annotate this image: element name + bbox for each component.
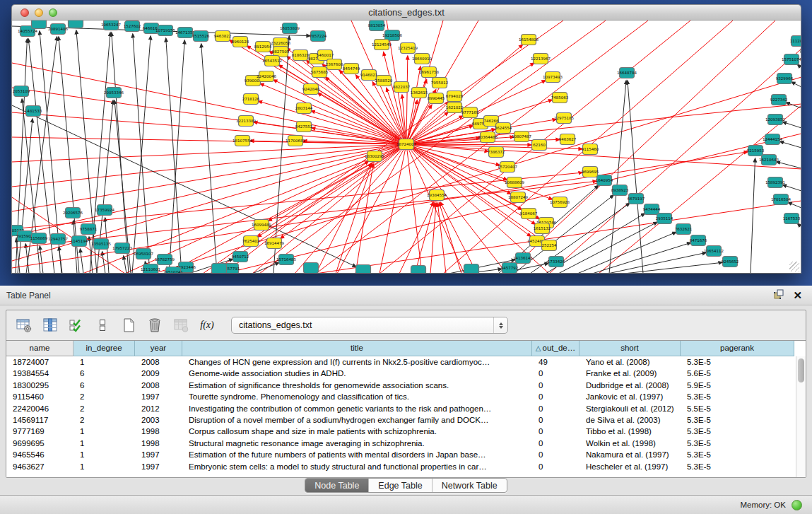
network-node[interactable]: 1156869 [30, 233, 48, 244]
network-node[interactable] [356, 265, 371, 274]
table-row[interactable]: 946362711997Embryonic stem cells: a mode… [6, 461, 796, 472]
network-hub-node[interactable]: 18724007 [396, 139, 416, 150]
network-node[interactable] [304, 263, 319, 274]
network-node[interactable]: 7632621 [675, 224, 693, 235]
table-row[interactable]: 946554611997Estimation of the future num… [6, 449, 796, 460]
citation-edge-black[interactable] [25, 244, 29, 274]
zoom-window-icon[interactable] [49, 8, 57, 17]
network-node[interactable]: 11700681 [286, 136, 305, 146]
table-row[interactable]: 977716911998Corpus callosum shape and si… [6, 426, 796, 437]
network-node[interactable]: 6794028 [446, 91, 464, 102]
network-window-titlebar[interactable]: citations_edges.txt [11, 4, 801, 21]
citation-edge-black[interactable] [124, 256, 126, 274]
table-scrollbar[interactable] [796, 356, 806, 477]
network-node[interactable]: 17016504 [771, 194, 791, 205]
network-node[interactable]: 2803144 [295, 103, 313, 114]
table-row[interactable]: 1872400712008Changes of HCN gene express… [6, 356, 796, 368]
network-node[interactable]: 8938923 [611, 185, 629, 196]
network-node[interactable]: 1112800 [790, 36, 801, 47]
citation-edge-black[interactable] [608, 252, 706, 274]
network-node[interactable]: 7485063 [551, 93, 569, 103]
network-node[interactable] [32, 21, 47, 29]
citation-edge-black[interactable] [782, 122, 801, 128]
column-header-pagerank[interactable]: pagerank [681, 341, 794, 356]
table-row[interactable]: 1830029562008Estimation of significance … [6, 380, 796, 391]
table-selector-dropdown[interactable]: citations_edges.txt [231, 317, 508, 334]
citation-edge-black[interactable] [628, 81, 643, 274]
network-node[interactable]: 7955812 [431, 78, 449, 88]
network-node[interactable]: 18107554 [233, 136, 252, 146]
network-node[interactable]: 9463822 [214, 31, 232, 42]
network-node[interactable]: 8813054 [368, 21, 386, 31]
network-node[interactable]: 12975185 [554, 113, 574, 124]
network-node[interactable]: 8960128 [232, 37, 249, 47]
network-node[interactable]: 1527602 [124, 21, 141, 32]
table-row[interactable]: 1938455462009Genome-wide association stu… [6, 368, 796, 379]
citation-edge-red[interactable] [440, 202, 477, 274]
network-node[interactable]: 9463627 [559, 134, 577, 145]
citation-edge-black[interactable] [80, 249, 83, 274]
network-node[interactable]: 17957223 [112, 243, 132, 254]
citation-edge-black[interactable] [201, 44, 217, 274]
column-header-out_de[interactable]: △out_de… [532, 341, 579, 356]
citation-edge-black[interactable] [751, 158, 755, 274]
citation-edge-black[interactable] [18, 119, 33, 274]
network-node[interactable]: 252254 [542, 240, 557, 251]
rows-icon[interactable] [93, 316, 112, 334]
network-node[interactable]: 1615132 [534, 223, 551, 234]
table-row[interactable]: 2242004622012Investigating the contribut… [6, 403, 796, 414]
network-node[interactable]: 14136141 [513, 253, 533, 264]
float-panel-icon[interactable] [773, 288, 784, 303]
network-node[interactable]: 13505135 [91, 239, 111, 250]
network-node[interactable]: 16210643 [759, 155, 779, 165]
network-node[interactable]: 9184067 [520, 209, 538, 219]
network-node[interactable]: 15720407 [498, 162, 517, 173]
network-node[interactable]: 12213967 [531, 54, 551, 64]
network-node[interactable]: 8471676 [690, 235, 707, 246]
citation-edge-red[interactable] [430, 203, 436, 274]
network-node[interactable]: 9329966 [776, 74, 794, 84]
memory-ok-indicator-icon[interactable] [792, 500, 802, 510]
network-node[interactable]: 8912954 [254, 42, 272, 52]
column-header-name[interactable]: name [6, 341, 73, 356]
tab-node-table[interactable]: Node Table [305, 479, 369, 492]
network-node[interactable]: 1640954 [596, 175, 613, 186]
network-node[interactable]: 7515526 [192, 31, 210, 42]
network-node[interactable]: 2588520 [375, 76, 393, 86]
network-node[interactable]: 12213389 [236, 116, 256, 127]
minimize-window-icon[interactable] [35, 8, 43, 17]
citation-edge-black[interactable] [102, 252, 105, 274]
tab-edge-table[interactable]: Edge Table [369, 479, 432, 492]
citation-edge-black[interactable] [624, 262, 722, 274]
network-node[interactable]: 18807249 [508, 192, 528, 203]
table-row[interactable]: 1456911722003Disruption of a novel membe… [6, 414, 796, 426]
network-node[interactable]: 9245652 [722, 257, 739, 267]
network-node[interactable]: 8427552 [295, 122, 313, 132]
network-node[interactable]: 10973493 [543, 72, 563, 83]
network-node[interactable]: 9227342 [770, 95, 788, 105]
citation-edge-black[interactable] [252, 262, 279, 274]
network-node[interactable]: 3624554 [495, 123, 512, 134]
network-node[interactable]: 7857224 [310, 31, 327, 42]
network-node[interactable]: 10688609 [505, 177, 524, 188]
network-node[interactable]: 3215953 [747, 146, 765, 156]
column-header-year[interactable]: year [135, 341, 182, 356]
network-node[interactable]: 7386372 [488, 147, 505, 158]
network-node[interactable]: 12110601 [141, 264, 160, 274]
citation-edge-black[interactable] [797, 223, 801, 227]
select-all-icon[interactable] [67, 316, 86, 334]
network-node[interactable]: 2718126 [242, 94, 260, 105]
network-node[interactable]: 2935114 [656, 214, 673, 224]
network-node[interactable]: 22420046 [257, 71, 276, 82]
citation-edge-black[interactable] [797, 64, 801, 68]
citation-edge-red[interactable] [12, 112, 406, 144]
network-node[interactable]: 1362615 [411, 88, 428, 98]
network-node[interactable]: 9450712 [232, 252, 249, 262]
citation-edge-red[interactable] [406, 56, 408, 144]
network-node[interactable]: 12093852 [765, 115, 785, 125]
network-node[interactable]: 2367608 [326, 59, 343, 70]
citation-edge-black[interactable] [592, 243, 691, 274]
table-row[interactable]: 911546021997Tourette syndrome. Phenomeno… [6, 391, 796, 402]
network-node[interactable]: 7625402 [242, 236, 260, 247]
network-node[interactable]: 16958107 [134, 249, 153, 259]
